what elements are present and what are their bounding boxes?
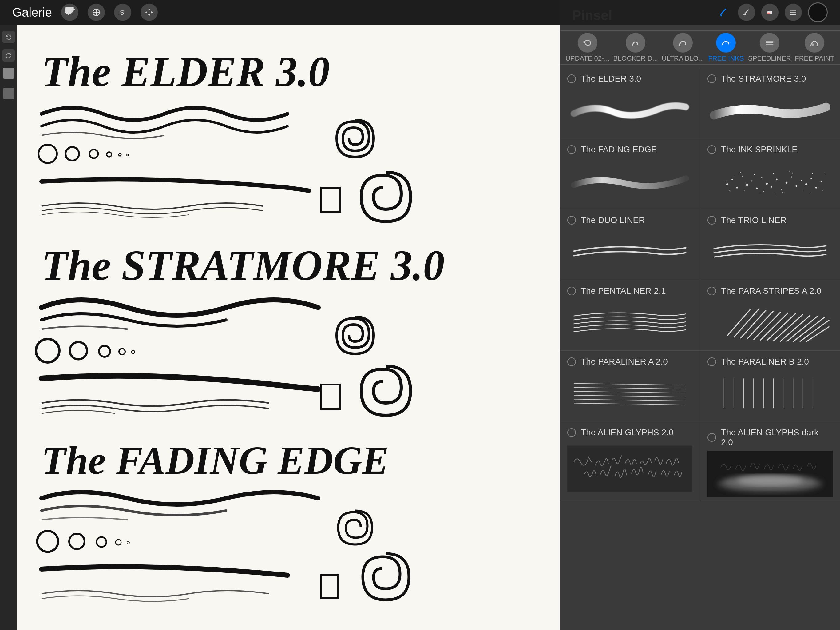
brush-preview-duo: [567, 229, 692, 275]
tab-blocker[interactable]: BLOCKER D...: [613, 31, 658, 65]
brush-name-trio: The TRIO LINER: [721, 215, 786, 225]
svg-point-15: [119, 154, 121, 156]
tab-ultra[interactable]: ULTRA BLO...: [661, 31, 705, 65]
svg-point-72: [809, 193, 810, 193]
tab-free-inks[interactable]: FREE INKS: [707, 31, 745, 65]
brush-preview-paraliner-a: [567, 370, 692, 416]
svg-text:The STRATMORE 3.0: The STRATMORE 3.0: [41, 242, 445, 289]
brush-preview-penta: [567, 300, 692, 345]
svg-point-51: [801, 180, 802, 181]
undo-button[interactable]: [2, 31, 15, 43]
brush-radio-elder[interactable]: [567, 74, 576, 83]
brush-opacity-indicator[interactable]: [3, 88, 14, 99]
brush-name-paraliner-a: The PARALINER A 2.0: [581, 357, 668, 367]
brush-preview-paraliner-b: [707, 370, 833, 416]
brush-radio-stratmore[interactable]: [707, 74, 716, 83]
brush-panel: Pinsel + UPDATE 02-... BLOCKER D... ULTR…: [560, 0, 840, 630]
svg-point-52: [805, 184, 807, 185]
svg-text:S: S: [120, 9, 124, 16]
svg-line-76: [741, 310, 766, 339]
svg-rect-24: [321, 385, 340, 409]
svg-rect-6: [767, 13, 770, 14]
wrench-button[interactable]: [61, 4, 78, 21]
brush-cell-alien-dark[interactable]: The ALIEN GLYPHS dark 2.0: [700, 421, 840, 501]
brush-cell-duo[interactable]: The DUO LINER: [560, 209, 700, 280]
brush-cell-stratmore[interactable]: The STRATMORE 3.0: [700, 68, 840, 138]
svg-point-39: [742, 176, 742, 177]
svg-point-65: [812, 173, 813, 174]
tab-free-inks-label: FREE INKS: [708, 54, 744, 62]
brush-radio-para-stripes[interactable]: [707, 287, 716, 295]
eraser-tool[interactable]: [761, 4, 778, 21]
brush-cell-elder[interactable]: The ELDER 3.0: [560, 68, 700, 138]
brush-preview-stratmore: [707, 87, 833, 133]
brush-cell-para-stripes[interactable]: The PARA STRIPES A 2.0: [700, 280, 840, 350]
svg-point-13: [90, 149, 98, 158]
brush-preview-alien-dark: [707, 451, 833, 497]
svg-point-22: [119, 348, 125, 355]
transform-button[interactable]: [141, 4, 158, 21]
brush-row-3: The DUO LINER The TRIO LINER: [560, 209, 840, 280]
svg-point-73: [826, 174, 826, 175]
brush-cell-fading[interactable]: The FADING EDGE: [560, 138, 700, 209]
tab-speedliner[interactable]: SPEEDLINER: [747, 31, 792, 65]
svg-point-27: [69, 534, 85, 549]
brush-preview-alien: [567, 441, 692, 496]
brush-cell-paraliner-a[interactable]: The PARALINER A 2.0: [560, 351, 700, 421]
brush-cell-paraliner-b[interactable]: The PARALINER B 2.0: [700, 351, 840, 421]
svg-point-40: [746, 184, 748, 186]
svg-point-20: [70, 342, 87, 359]
brush-radio-paraliner-b[interactable]: [707, 358, 716, 366]
svg-point-54: [815, 187, 817, 188]
brush-radio-duo[interactable]: [567, 216, 576, 225]
brush-cell-penta[interactable]: The PENTALINER 2.1: [560, 280, 700, 350]
brush-radio-alien[interactable]: [567, 428, 576, 437]
svg-rect-8: [790, 12, 796, 13]
top-toolbar: Galerie S: [0, 0, 840, 25]
svg-point-62: [782, 192, 783, 193]
brush-row-2: The FADING EDGE: [560, 138, 840, 209]
brush-preview-trio: [707, 229, 833, 275]
svg-point-23: [132, 350, 135, 353]
brush-radio-alien-dark[interactable]: [707, 433, 716, 442]
svg-point-30: [127, 541, 129, 544]
brush-radio-penta[interactable]: [567, 287, 576, 295]
svg-point-44: [766, 183, 768, 185]
svg-line-80: [767, 313, 796, 341]
brush-radio-trio[interactable]: [707, 216, 716, 225]
svg-point-50: [796, 185, 797, 187]
svg-point-63: [792, 173, 793, 174]
brush-cell-sprinkle[interactable]: The INK SPRINKLE: [700, 138, 840, 209]
brush-radio-sprinkle[interactable]: [707, 145, 716, 154]
brush-tool[interactable]: [715, 4, 732, 21]
tab-update[interactable]: UPDATE 02-...: [565, 31, 610, 65]
svg-point-26: [37, 531, 58, 552]
gallery-nav[interactable]: Galerie: [12, 6, 52, 19]
svg-point-61: [773, 173, 774, 174]
brush-cell-alien[interactable]: The ALIEN GLYPHS 2.0: [560, 421, 700, 501]
canvas-area: The ELDER 3.0 The STRATMORE 3.0: [17, 25, 560, 630]
color-picker[interactable]: [808, 2, 828, 22]
brush-cell-trio[interactable]: The TRIO LINER: [700, 209, 840, 280]
selection-button[interactable]: S: [114, 4, 131, 21]
smudge-tool[interactable]: [738, 4, 755, 21]
brush-size-indicator[interactable]: [3, 68, 14, 79]
brush-preview-para-stripes: [707, 300, 833, 345]
brush-list: The ELDER 3.0: [560, 65, 840, 630]
svg-point-19: [36, 339, 59, 362]
brush-name-sprinkle: The INK SPRINKLE: [721, 144, 797, 154]
brush-name-duo: The DUO LINER: [581, 215, 645, 225]
svg-point-28: [96, 537, 106, 547]
brush-radio-paraliner-a[interactable]: [567, 358, 576, 366]
svg-point-21: [99, 346, 110, 357]
layers-tool[interactable]: [785, 4, 802, 21]
redo-button[interactable]: [2, 49, 15, 62]
svg-point-55: [821, 181, 821, 182]
brush-radio-fading[interactable]: [567, 145, 576, 154]
adjust-button[interactable]: [88, 4, 105, 21]
brush-name-alien-dark: The ALIEN GLYPHS dark 2.0: [721, 427, 833, 447]
svg-rect-17: [321, 188, 340, 212]
svg-point-53: [810, 178, 812, 179]
tab-free-paint[interactable]: FREE PAINT: [794, 31, 835, 65]
brush-name-penta: The PENTALINER 2.1: [581, 286, 666, 296]
